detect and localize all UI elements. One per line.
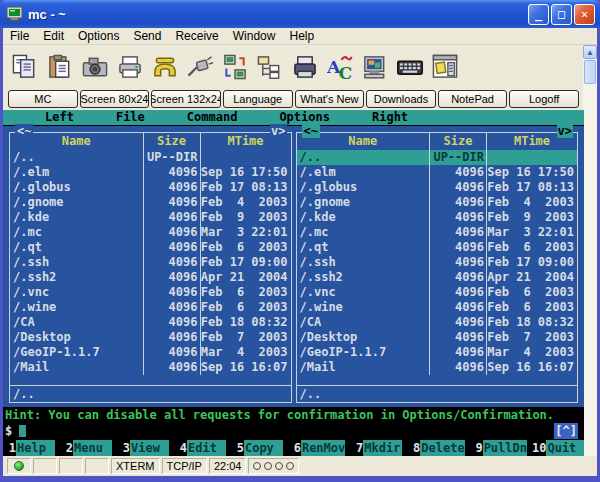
file-row[interactable]: /.gnome 4096 Feb 4 2003 bbox=[297, 195, 578, 210]
file-row[interactable]: /.globus 4096 Feb 17 08:13 bbox=[297, 180, 578, 195]
session-tree-icon[interactable] bbox=[254, 50, 286, 84]
mc-panels: <~ v> Name Size MTime /.. UP--DIR bbox=[3, 126, 584, 407]
panel-path[interactable]: <~ bbox=[15, 124, 33, 138]
file-row[interactable]: /.wine 4096 Feb 6 2003 bbox=[297, 300, 578, 315]
menu-item[interactable]: Receive bbox=[168, 28, 225, 44]
mc-menu-item[interactable]: Command bbox=[187, 110, 238, 125]
function-key-button[interactable]: 6 RenMov bbox=[288, 440, 345, 456]
function-key-button[interactable]: 4 Edit bbox=[174, 440, 226, 456]
emulation-icon[interactable] bbox=[359, 50, 391, 84]
minimize-button[interactable]: _ bbox=[528, 4, 549, 25]
file-row[interactable]: /.mc 4096 Mar 3 22:01 bbox=[10, 225, 291, 240]
window-border bbox=[0, 476, 600, 482]
maximize-button[interactable]: □ bbox=[551, 4, 572, 25]
file-row[interactable]: /GeoIP-1.1.7 4096 Mar 4 2003 bbox=[297, 345, 578, 360]
text-cursor bbox=[19, 425, 26, 437]
file-row[interactable]: /.wine 4096 Feb 6 2003 bbox=[10, 300, 291, 315]
file-row[interactable]: /.qt 4096 Feb 6 2003 bbox=[10, 240, 291, 255]
file-row[interactable]: /.ssh2 4096 Apr 21 2004 bbox=[297, 270, 578, 285]
quick-button[interactable]: Screen 80x24 bbox=[80, 90, 150, 108]
copy-icon[interactable] bbox=[9, 50, 41, 84]
quick-button-bar: MCScreen 80x24Screen 132x24LanguageWhat'… bbox=[3, 88, 584, 110]
close-button[interactable]: ✕ bbox=[574, 4, 595, 25]
menu-item[interactable]: File bbox=[3, 28, 36, 44]
file-row[interactable]: /.gnome 4096 Feb 4 2003 bbox=[10, 195, 291, 210]
function-key-button[interactable]: 9 PullDn bbox=[470, 440, 527, 456]
menu-bar: FileEditOptionsSendReceiveWindowHelp bbox=[3, 28, 597, 45]
panel-path[interactable]: <~ bbox=[302, 124, 320, 138]
file-row[interactable]: /Mail 4096 Sep 16 16:07 bbox=[297, 360, 578, 375]
mini-status: /.. bbox=[10, 386, 291, 402]
function-key-button[interactable]: 2 Menu bbox=[60, 440, 112, 456]
file-row[interactable]: /.elm 4096 Sep 16 17:50 bbox=[10, 165, 291, 180]
print-icon[interactable] bbox=[114, 50, 146, 84]
quick-button[interactable]: Screen 132x24 bbox=[151, 90, 221, 108]
file-row[interactable]: /GeoIP-1.1.7 4096 Mar 4 2003 bbox=[10, 345, 291, 360]
keyboard-icon[interactable] bbox=[394, 50, 426, 84]
file-row[interactable]: /.vnc 4096 Feb 6 2003 bbox=[297, 285, 578, 300]
dial-icon[interactable] bbox=[149, 50, 181, 84]
menu-item[interactable]: Window bbox=[226, 28, 283, 44]
quick-button[interactable]: Downloads bbox=[366, 90, 436, 108]
quick-button[interactable]: NotePad bbox=[438, 90, 508, 108]
quick-button[interactable]: What's New bbox=[295, 90, 365, 108]
menu-item[interactable]: Send bbox=[126, 28, 168, 44]
quick-button[interactable]: MC bbox=[8, 90, 78, 108]
hint-line: Hint: You can disable all requests for c… bbox=[3, 407, 584, 423]
file-row[interactable]: /.ssh 4096 Feb 17 09:00 bbox=[10, 255, 291, 270]
connection-led-cell bbox=[7, 458, 31, 474]
terminal-screen: LeftFileCommandOptionsRight <~ v> Name S… bbox=[3, 110, 584, 456]
file-row[interactable]: /Mail 4096 Sep 16 16:07 bbox=[10, 360, 291, 375]
function-key-button[interactable]: 10 Quit bbox=[532, 440, 584, 456]
paste-icon[interactable] bbox=[44, 50, 76, 84]
quick-button[interactable]: Logoff bbox=[509, 90, 579, 108]
print-screen-icon[interactable] bbox=[289, 50, 321, 84]
command-line[interactable]: $ [^] bbox=[3, 423, 584, 439]
file-row[interactable]: /.ssh 4096 Feb 17 09:00 bbox=[297, 255, 578, 270]
panel-dropdown-icon[interactable]: v> bbox=[270, 124, 286, 138]
file-row[interactable]: /.. UP--DIR bbox=[10, 150, 291, 165]
quick-button[interactable]: Language bbox=[223, 90, 293, 108]
mc-menu-item[interactable]: Left bbox=[45, 110, 74, 125]
panel-dropdown-icon[interactable]: v> bbox=[557, 124, 573, 138]
file-row[interactable]: /.mc 4096 Mar 3 22:01 bbox=[297, 225, 578, 240]
function-key-button[interactable]: 7 Mkdir bbox=[350, 440, 402, 456]
file-row[interactable]: /.kde 4096 Feb 9 2003 bbox=[297, 210, 578, 225]
fonts-icon[interactable]: A C bbox=[324, 50, 356, 84]
transfer-icon[interactable] bbox=[219, 50, 251, 84]
mc-menu-item[interactable]: Right bbox=[372, 110, 408, 125]
file-row[interactable]: /.. UP--DIR bbox=[297, 150, 578, 165]
function-key-button[interactable]: 5 Copy bbox=[231, 440, 283, 456]
function-key-button[interactable]: 1 Help bbox=[3, 440, 55, 456]
connection-led-icon bbox=[14, 461, 24, 471]
modem-lights-icon bbox=[253, 462, 294, 470]
properties-icon[interactable] bbox=[429, 50, 461, 84]
capture-icon[interactable] bbox=[79, 50, 111, 84]
vertical-scrollbar[interactable]: ▲ bbox=[583, 45, 597, 456]
mc-menu-item[interactable]: File bbox=[116, 110, 145, 125]
file-row[interactable]: /.ssh2 4096 Apr 21 2004 bbox=[10, 270, 291, 285]
function-key-button[interactable]: 3 View bbox=[117, 440, 169, 456]
file-row[interactable]: /CA 4096 Feb 18 08:32 bbox=[10, 315, 291, 330]
file-row[interactable]: /Desktop 4096 Feb 7 2003 bbox=[297, 330, 578, 345]
file-row[interactable]: /Desktop 4096 Feb 7 2003 bbox=[10, 330, 291, 345]
function-key-button[interactable]: 8 Delete bbox=[407, 440, 464, 456]
file-row[interactable]: /.elm 4096 Sep 16 17:50 bbox=[297, 165, 578, 180]
scrollbar-thumb[interactable] bbox=[584, 60, 596, 84]
file-row[interactable]: /.qt 4096 Feb 6 2003 bbox=[297, 240, 578, 255]
file-row[interactable]: /CA 4096 Feb 18 08:32 bbox=[297, 315, 578, 330]
scroll-up-button[interactable]: ▲ bbox=[583, 45, 597, 59]
column-headers[interactable]: Name Size MTime bbox=[297, 133, 578, 150]
menu-item[interactable]: Edit bbox=[36, 28, 71, 44]
mc-menu-item[interactable]: Options bbox=[279, 110, 330, 125]
menu-item[interactable]: Help bbox=[282, 28, 321, 44]
file-row[interactable]: /.globus 4096 Feb 17 08:13 bbox=[10, 180, 291, 195]
scrollback-indicator[interactable]: [^] bbox=[554, 423, 578, 439]
menu-item[interactable]: Options bbox=[71, 28, 126, 44]
column-headers[interactable]: Name Size MTime bbox=[10, 133, 291, 150]
titlebar[interactable]: mc - ~ _ □ ✕ bbox=[0, 0, 600, 28]
file-row[interactable]: /.vnc 4096 Feb 6 2003 bbox=[10, 285, 291, 300]
toolbar: A C bbox=[3, 45, 584, 88]
disconnect-icon[interactable] bbox=[184, 50, 216, 84]
file-row[interactable]: /.kde 4096 Feb 9 2003 bbox=[10, 210, 291, 225]
